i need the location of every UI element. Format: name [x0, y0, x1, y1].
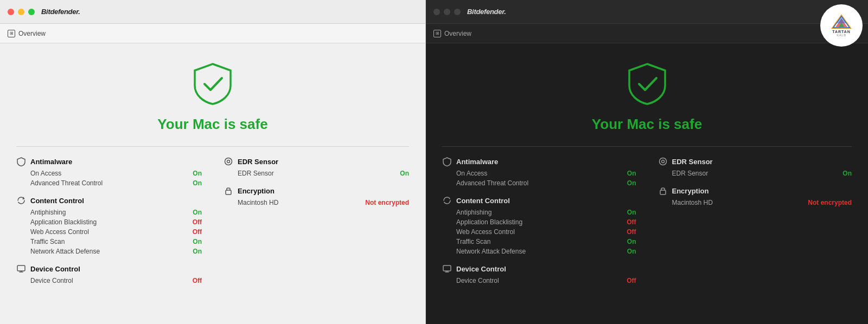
antimalware-items-light: On Access On Advanced Threat Control On	[30, 169, 202, 188]
section-encryption-light: Encryption Macintosh HD Not encrypted	[224, 186, 409, 208]
on-access-row-light: On Access On	[30, 169, 202, 178]
section-header-content-light: Content Control	[16, 196, 202, 205]
safe-text-light: Your Mac is safe	[157, 116, 267, 133]
atc-label-light: Advanced Threat Control	[30, 179, 103, 187]
close-button[interactable]	[8, 9, 14, 15]
device-icon-dark	[442, 264, 452, 274]
section-header-content-dark: Content Control	[442, 196, 636, 205]
svg-rect-16	[660, 190, 666, 195]
titlebar-dark: Bitdefender.	[426, 0, 868, 24]
edr-title-dark: EDR Sensor	[672, 158, 713, 166]
svg-point-4	[227, 160, 230, 163]
left-col-light: Antimalware On Access On Advanced Threat…	[16, 157, 202, 293]
shield-icon-dark	[442, 157, 452, 166]
device-control-value-dark: Off	[627, 277, 636, 284]
section-edr-dark: EDR Sensor EDR Sensor On	[658, 157, 852, 178]
overview-icon-light: ⊞	[8, 30, 15, 37]
app-title-light: Bitdefender.	[41, 8, 80, 16]
macintosh-hd-value-light: Not encrypted	[365, 199, 409, 206]
right-col-light: EDR Sensor EDR Sensor On	[224, 157, 409, 293]
app-blacklist-label-light: Application Blacklisting	[30, 218, 97, 226]
shield-safe-icon-light	[188, 60, 237, 108]
maximize-button-dark[interactable]	[454, 9, 461, 15]
overview-button-light[interactable]: ⊞ Overview	[8, 30, 46, 37]
overview-button-dark[interactable]: ⊞ Overview	[433, 30, 471, 37]
divider-dark	[442, 146, 852, 147]
section-header-device-dark: Device Control	[442, 264, 636, 274]
macintosh-hd-label-dark: Macintosh HD	[672, 199, 713, 206]
antimalware-items-dark: On Access On Advanced Threat Control On	[456, 169, 636, 188]
app-blacklist-row-dark: Application Blacklisting Off	[456, 217, 636, 227]
app-blacklist-value-light: Off	[193, 218, 202, 226]
hero-light: Your Mac is safe	[16, 43, 409, 146]
web-access-label-light: Web Access Control	[30, 228, 89, 236]
antimalware-title-light: Antimalware	[30, 158, 72, 166]
edr-items-dark: EDR Sensor On	[672, 169, 852, 178]
toolbar-dark: ⊞ Overview	[426, 24, 868, 43]
shield-safe-icon-dark	[623, 60, 672, 108]
minimize-button-dark[interactable]	[444, 9, 450, 15]
divider-light	[16, 146, 409, 147]
safe-text-dark: Your Mac is safe	[592, 116, 702, 133]
edr-value-light: On	[400, 170, 409, 177]
network-defense-label-light: Network Attack Defense	[30, 248, 100, 255]
macintosh-hd-row-light: Macintosh HD Not encrypted	[238, 198, 409, 208]
network-defense-row-dark: Network Attack Defense On	[456, 247, 636, 256]
device-icon-light	[16, 264, 26, 274]
traffic-lights-light	[8, 9, 35, 15]
on-access-label-dark: On Access	[456, 170, 487, 177]
svg-rect-5	[226, 190, 231, 195]
app-title-dark: Bitdefender.	[467, 8, 506, 16]
web-access-value-light: Off	[193, 228, 202, 236]
overview-icon-dark: ⊞	[433, 30, 441, 37]
macintosh-hd-value-dark: Not encrypted	[808, 199, 852, 206]
section-antimalware-dark: Antimalware On Access On Advanced Threat…	[442, 157, 636, 188]
svg-rect-0	[17, 265, 25, 271]
content-control-title-light: Content Control	[30, 197, 84, 205]
edr-row-dark: EDR Sensor On	[672, 169, 852, 178]
edr-icon-light	[224, 157, 233, 166]
atc-row-light: Advanced Threat Control On	[30, 178, 202, 188]
content-items-dark: Antiphishing On Application Blacklisting…	[456, 208, 636, 256]
minimize-button[interactable]	[18, 9, 24, 15]
section-antimalware-light: Antimalware On Access On Advanced Threat…	[16, 157, 202, 188]
antiphishing-row-dark: Antiphishing On	[456, 208, 636, 217]
section-content-control-dark: Content Control Antiphishing On Applicat…	[442, 196, 636, 256]
content-items-light: Antiphishing On Application Blacklisting…	[30, 208, 202, 256]
close-button-dark[interactable]	[433, 9, 440, 15]
encryption-title-light: Encryption	[238, 187, 275, 195]
section-encryption-dark: Encryption Macintosh HD Not encrypted	[658, 186, 852, 208]
maximize-button[interactable]	[28, 9, 35, 15]
section-header-device-light: Device Control	[16, 264, 202, 274]
atc-value-light: On	[193, 179, 202, 187]
on-access-row-dark: On Access On	[456, 169, 636, 178]
device-items-light: Device Control Off	[30, 276, 202, 286]
traffic-scan-row-dark: Traffic Scan On	[456, 237, 636, 247]
antiphishing-value-light: On	[193, 209, 202, 216]
antiphishing-label-dark: Antiphishing	[456, 209, 492, 216]
edr-label-dark: EDR Sensor	[672, 170, 709, 177]
edr-row-light: EDR Sensor On	[238, 169, 409, 178]
atc-value-dark: On	[627, 179, 636, 187]
section-header-edr-light: EDR Sensor	[224, 157, 409, 166]
section-edr-light: EDR Sensor EDR Sensor On	[224, 157, 409, 178]
content-light: Your Mac is safe Antimalware	[0, 43, 425, 324]
on-access-value-dark: On	[627, 170, 636, 177]
network-defense-label-dark: Network Attack Defense	[456, 248, 526, 255]
network-defense-row-light: Network Attack Defense On	[30, 247, 202, 256]
encryption-items-dark: Macintosh HD Not encrypted	[672, 198, 852, 208]
edr-value-dark: On	[843, 170, 852, 177]
macintosh-hd-label-light: Macintosh HD	[238, 199, 278, 206]
section-content-control-light: Content Control Antiphishing On Applicat…	[16, 196, 202, 256]
on-access-value-light: On	[193, 170, 202, 177]
traffic-lights-dark	[433, 9, 461, 15]
section-device-control-light: Device Control Device Control Off	[16, 264, 202, 286]
antiphishing-label-light: Antiphishing	[30, 209, 66, 216]
light-window: Bitdefender. ⊞ Overview Your Mac is safe	[0, 0, 426, 324]
macintosh-hd-row-dark: Macintosh HD Not encrypted	[672, 198, 852, 208]
svg-rect-11	[443, 265, 451, 271]
refresh-icon-light	[16, 196, 26, 205]
left-col-dark: Antimalware On Access On Advanced Threat…	[442, 157, 636, 293]
lock-icon-light	[224, 186, 233, 196]
toolbar-light: ⊞ Overview	[0, 24, 425, 43]
